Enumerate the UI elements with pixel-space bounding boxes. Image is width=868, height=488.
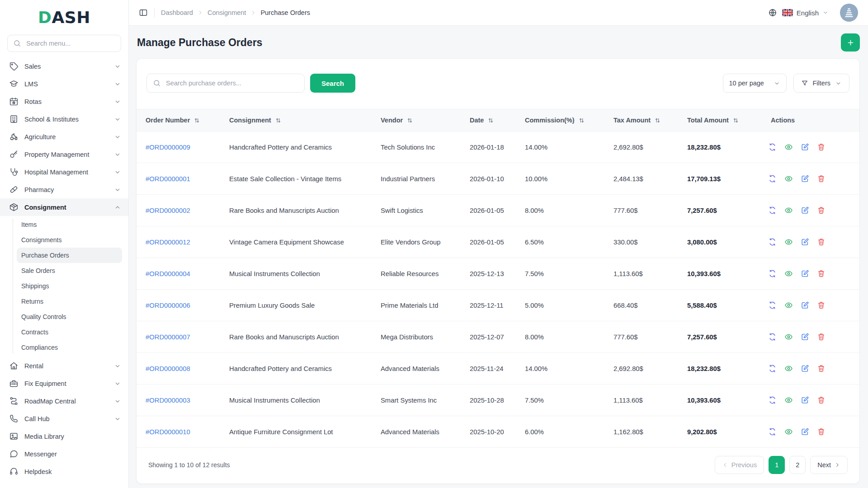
delete-action-button[interactable] [817, 333, 826, 341]
filters-button[interactable]: Filters [793, 74, 849, 93]
sidebar-item-rotas[interactable]: Rotas [0, 93, 128, 110]
sidebar-item-sales[interactable]: Sales [0, 57, 128, 75]
add-purchase-order-button[interactable] [841, 33, 860, 52]
edit-action-button[interactable] [801, 143, 809, 151]
view-action-button[interactable] [784, 427, 793, 436]
edit-action-button[interactable] [801, 174, 809, 183]
delete-action-button[interactable] [817, 174, 826, 183]
view-action-button[interactable] [784, 269, 793, 278]
sidebar-item-property-management[interactable]: Property Management [0, 145, 128, 163]
delete-action-button[interactable] [817, 301, 826, 310]
column-header-date[interactable]: Date [461, 109, 516, 131]
edit-action-button[interactable] [801, 206, 809, 215]
sidebar-item-contracts[interactable]: Contracts [0, 324, 128, 340]
view-action-button[interactable] [784, 206, 793, 215]
sidebar-item-pharmacy[interactable]: Pharmacy [0, 181, 128, 198]
column-header-vendor[interactable]: Vendor [372, 109, 461, 131]
next-page-button[interactable]: Next [810, 456, 848, 474]
sidebar-item-lms[interactable]: LMS [0, 75, 128, 93]
column-header-commission[interactable]: Commission(%) [516, 109, 604, 131]
sidebar-item-hospital-management[interactable]: Hospital Management [0, 163, 128, 181]
refresh-action-button[interactable] [768, 364, 777, 373]
order-number-link[interactable]: #ORD0000001 [146, 175, 190, 183]
column-header-tax-amount[interactable]: Tax Amount [604, 109, 678, 131]
edit-action-button[interactable] [801, 238, 809, 246]
delete-action-button[interactable] [817, 238, 826, 246]
sidebar-item-quality-controls[interactable]: Quality Controls [0, 309, 128, 324]
refresh-action-button[interactable] [768, 269, 777, 278]
view-action-button[interactable] [784, 238, 793, 246]
delete-action-button[interactable] [817, 427, 826, 436]
refresh-action-button[interactable] [768, 174, 777, 183]
delete-action-button[interactable] [817, 206, 826, 215]
sidebar-item-rental[interactable]: Rental [0, 357, 128, 375]
order-number-link[interactable]: #ORD0000002 [146, 207, 190, 214]
order-number-link[interactable]: #ORD0000008 [146, 365, 190, 372]
column-header-consignment[interactable]: Consignment [220, 109, 372, 131]
sidebar-item-returns[interactable]: Returns [0, 294, 128, 309]
sidebar-item-shippings[interactable]: Shippings [0, 278, 128, 294]
order-number-link[interactable]: #ORD0000003 [146, 397, 190, 404]
breadcrumb-purchase-orders: Purchase Orders [260, 9, 310, 16]
sidebar-item-sale-orders[interactable]: Sale Orders [0, 263, 128, 278]
view-action-button[interactable] [784, 143, 793, 151]
view-action-button[interactable] [784, 301, 793, 310]
sidebar-search-input[interactable] [25, 39, 115, 47]
edit-action-button[interactable] [801, 427, 809, 436]
sidebar-item-consignment[interactable]: Consignment [0, 198, 128, 216]
previous-page-button[interactable]: Previous [715, 456, 764, 474]
sidebar-item-roadmap-central[interactable]: RoadMap Central [0, 392, 128, 410]
edit-action-button[interactable] [801, 301, 809, 310]
view-action-button[interactable] [784, 364, 793, 373]
edit-action-button[interactable] [801, 333, 809, 341]
order-number-link[interactable]: #ORD0000009 [146, 144, 190, 151]
user-avatar[interactable] [840, 4, 858, 22]
order-number-link[interactable]: #ORD0000006 [146, 302, 190, 309]
view-action-button[interactable] [784, 174, 793, 183]
refresh-action-button[interactable] [768, 206, 777, 215]
view-action-button[interactable] [784, 396, 793, 404]
view-action-button[interactable] [784, 333, 793, 341]
edit-action-button[interactable] [801, 396, 809, 404]
refresh-action-button[interactable] [768, 238, 777, 246]
edit-action-button[interactable] [801, 269, 809, 278]
breadcrumb-consignment[interactable]: Consignment [208, 9, 246, 16]
search-button[interactable]: Search [310, 74, 355, 93]
page-1-button[interactable]: 1 [769, 456, 785, 474]
refresh-action-button[interactable] [768, 427, 777, 436]
order-number-link[interactable]: #ORD0000004 [146, 270, 190, 277]
delete-action-button[interactable] [817, 269, 826, 278]
edit-action-button[interactable] [801, 364, 809, 373]
refresh-action-button[interactable] [768, 333, 777, 341]
sidebar-item-helpdesk[interactable]: Helpdesk [0, 463, 128, 480]
refresh-action-button[interactable] [768, 301, 777, 310]
sidebar-item-purchase-orders[interactable]: Purchase Orders [17, 248, 122, 263]
table-footer: Showing 1 to 10 of 12 results Previous 1… [137, 448, 859, 484]
sidebar-item-items[interactable]: Items [0, 217, 128, 232]
sidebar-item-fix-equipment[interactable]: Fix Equipment [0, 375, 128, 392]
column-header-order-number[interactable]: Order Number [137, 109, 220, 131]
sidebar-toggle-button[interactable] [139, 8, 148, 17]
per-page-select[interactable]: 10 per page [723, 74, 787, 93]
delete-action-button[interactable] [817, 143, 826, 151]
column-header-total-amount[interactable]: Total Amount [678, 109, 762, 131]
refresh-action-button[interactable] [768, 396, 777, 404]
sidebar-item-compliances[interactable]: Compliances [0, 340, 128, 355]
purchase-orders-search-input[interactable] [165, 79, 298, 87]
delete-action-button[interactable] [817, 396, 826, 404]
delete-action-button[interactable] [817, 364, 826, 373]
sidebar-item-messenger[interactable]: Messenger [0, 445, 128, 463]
refresh-action-button[interactable] [768, 143, 777, 151]
order-number-link[interactable]: #ORD0000010 [146, 428, 190, 436]
breadcrumb-dashboard[interactable]: Dashboard [161, 9, 193, 16]
sidebar-item-consignments[interactable]: Consignments [0, 232, 128, 248]
globe-button[interactable] [768, 8, 777, 17]
sidebar-item-call-hub[interactable]: Call Hub [0, 410, 128, 427]
order-number-link[interactable]: #ORD0000012 [146, 239, 190, 246]
sidebar-item-media-library[interactable]: Media Library [0, 427, 128, 445]
order-number-link[interactable]: #ORD0000007 [146, 333, 190, 341]
page-2-button[interactable]: 2 [789, 456, 806, 474]
sidebar-item-school-institutes[interactable]: School & Institutes [0, 110, 128, 128]
sidebar-item-agriculture[interactable]: Agriculture [0, 128, 128, 145]
language-selector[interactable]: English [782, 9, 829, 17]
